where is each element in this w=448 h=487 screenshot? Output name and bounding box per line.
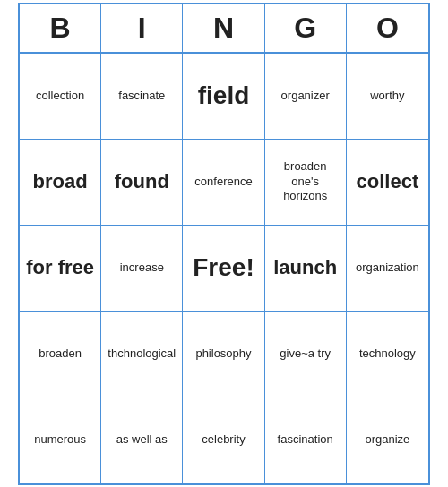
bingo-cell-15: broaden xyxy=(20,312,101,397)
bingo-cell-17: philosophy xyxy=(183,312,264,397)
bingo-cell-3: organizer xyxy=(265,54,347,140)
bingo-grid: collectionfascinatefieldorganizerworthyb… xyxy=(20,54,428,483)
header-letter-n: N xyxy=(183,4,264,52)
bingo-cell-14: organization xyxy=(347,226,428,312)
bingo-cell-23: fascination xyxy=(265,397,347,483)
bingo-cell-7: conference xyxy=(183,140,264,226)
bingo-cell-11: increase xyxy=(101,226,183,312)
header-letter-o: O xyxy=(347,4,428,52)
header-letter-b: B xyxy=(20,4,101,52)
bingo-header: BINGO xyxy=(20,4,428,54)
bingo-cell-5: broad xyxy=(20,140,101,226)
bingo-cell-18: give~a try xyxy=(265,312,347,397)
bingo-cell-4: worthy xyxy=(347,54,428,140)
bingo-cell-10: for free xyxy=(20,226,101,312)
bingo-cell-16: thchnological xyxy=(101,312,183,397)
bingo-cell-9: collect xyxy=(347,140,428,226)
bingo-cell-0: collection xyxy=(20,54,101,140)
bingo-cell-24: organize xyxy=(347,397,428,483)
header-letter-g: G xyxy=(265,4,347,52)
bingo-cell-22: celebrity xyxy=(183,397,264,483)
bingo-cell-20: numerous xyxy=(20,397,101,483)
bingo-card: BINGO collectionfascinatefieldorganizerw… xyxy=(18,3,430,485)
bingo-cell-8: broaden one's horizons xyxy=(265,140,347,226)
bingo-cell-6: found xyxy=(101,140,183,226)
bingo-cell-21: as well as xyxy=(101,397,183,483)
bingo-cell-12: Free! xyxy=(183,226,264,312)
bingo-cell-2: field xyxy=(183,54,264,140)
bingo-cell-1: fascinate xyxy=(101,54,183,140)
header-letter-i: I xyxy=(101,4,183,52)
bingo-cell-19: technology xyxy=(347,312,428,397)
bingo-cell-13: launch xyxy=(265,226,347,312)
